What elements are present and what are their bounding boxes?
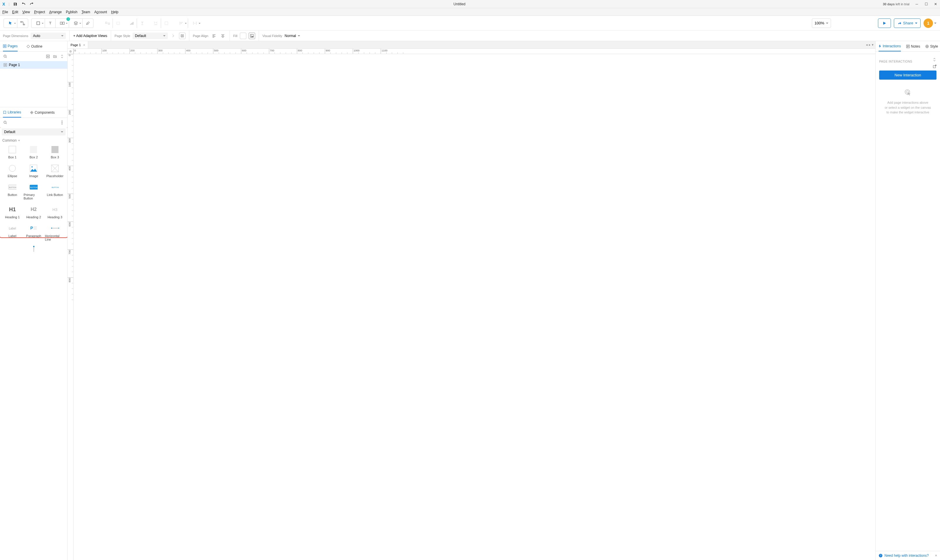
add-folder-icon[interactable] [52, 54, 58, 59]
connect-tool[interactable] [17, 18, 28, 28]
tab-style[interactable]: Style [925, 41, 938, 51]
layers-tool[interactable] [69, 18, 83, 28]
shape-tool[interactable] [31, 18, 45, 28]
widget-box1[interactable]: Box 1 [2, 144, 23, 161]
add-page-icon[interactable] [45, 54, 51, 59]
distribute-v-tool[interactable] [161, 18, 172, 28]
fill-color-swatch[interactable] [240, 32, 246, 39]
ruler-vertical[interactable] [68, 54, 74, 560]
tab-pages[interactable]: Pages [3, 41, 18, 51]
text-tool[interactable] [45, 18, 55, 28]
page-dimensions-select[interactable]: Auto [31, 32, 66, 39]
chevron-down-icon [915, 23, 917, 25]
redo-icon[interactable] [29, 2, 34, 6]
tab-libraries[interactable]: Libraries [3, 107, 21, 117]
insert-tool[interactable]: i [55, 18, 69, 28]
svg-point-30 [31, 166, 32, 168]
titlebar: X | Untitled 30 days left in trial ─ ☐ ✕ [0, 0, 940, 8]
save-icon[interactable] [13, 2, 18, 6]
canvas[interactable] [74, 54, 875, 560]
widget-image[interactable]: Image [23, 163, 44, 180]
style-manager-icon[interactable] [179, 32, 185, 39]
menu-help[interactable]: Help [111, 10, 119, 14]
menu-arrange[interactable]: Arrange [49, 10, 62, 14]
widget-box2[interactable]: Box 2 [23, 144, 44, 161]
undo-icon[interactable] [21, 2, 26, 6]
menu-team[interactable]: Team [82, 10, 90, 14]
style-nav-icon[interactable] [170, 32, 177, 39]
popout-icon[interactable] [933, 65, 937, 68]
widget-paragraph[interactable]: PParagraph [23, 222, 44, 243]
ruler-origin[interactable] [68, 49, 74, 54]
widget-heading3[interactable]: H3Heading 3 [45, 204, 66, 221]
menu-file[interactable]: File [2, 10, 8, 14]
library-category[interactable]: Common ▼ [2, 137, 66, 144]
distribute-h-tool[interactable] [151, 18, 161, 28]
group-tool[interactable] [102, 18, 113, 28]
svg-rect-38 [51, 228, 52, 229]
add-adaptive-views-button[interactable]: + Add Adaptive Views [73, 34, 107, 38]
ruler-horizontal[interactable] [74, 49, 875, 54]
search-icon[interactable] [2, 120, 8, 125]
library-select[interactable]: Default [2, 128, 66, 135]
align-center-tool[interactable] [188, 18, 202, 28]
chevron-down-icon[interactable] [934, 23, 937, 25]
chevron-down-icon [61, 35, 63, 38]
close-icon[interactable]: × [935, 554, 937, 558]
select-tool[interactable] [4, 18, 17, 28]
widget-heading2[interactable]: H2Heading 2 [23, 204, 44, 221]
svg-rect-10 [130, 24, 131, 25]
tab-next-icon[interactable]: ▸ [869, 43, 871, 47]
menu-view[interactable]: View [22, 10, 30, 14]
window-maximize-icon[interactable]: ☐ [924, 2, 928, 6]
page-item[interactable]: Page 1 [0, 61, 67, 69]
widget-box3[interactable]: Box 3 [45, 144, 66, 161]
new-interaction-button[interactable]: New Interaction [879, 71, 937, 80]
widget-primary-button[interactable]: BUTTONPrimary Button [23, 181, 44, 202]
search-icon[interactable] [2, 54, 8, 59]
svg-rect-41 [33, 246, 34, 247]
fill-label: Fill [233, 34, 237, 38]
visual-fidelity-select[interactable]: Normal [285, 34, 300, 38]
widget-heading1[interactable]: H1Heading 1 [2, 204, 23, 221]
user-avatar[interactable]: 1 [923, 18, 933, 28]
widget-label[interactable]: LabelLabel [2, 222, 23, 243]
widget-link-button[interactable]: BUTTONLink Button [45, 181, 66, 202]
share-button[interactable]: Share [894, 18, 921, 28]
fill-image-icon[interactable] [249, 32, 255, 39]
tab-outline[interactable]: Outline [26, 41, 42, 51]
widget-horizontal-line[interactable]: Horizontal Line [45, 222, 66, 243]
widget-placeholder[interactable]: Placeholder [45, 163, 66, 180]
close-tab-icon[interactable]: × [83, 43, 85, 47]
more-icon[interactable] [59, 120, 65, 125]
widget-ellipse[interactable]: Ellipse [2, 163, 23, 180]
zoom-select[interactable]: 100% [812, 18, 831, 28]
tab-prev-icon[interactable]: ◂ [866, 43, 868, 47]
svg-point-44 [70, 51, 71, 52]
page-style-select[interactable]: Default [133, 32, 168, 39]
sort-icon[interactable] [59, 54, 65, 59]
menu-account[interactable]: Account [94, 10, 107, 14]
menu-project[interactable]: Project [34, 10, 45, 14]
align-center-icon[interactable] [220, 32, 226, 39]
preview-button[interactable] [878, 18, 891, 28]
window-close-icon[interactable]: ✕ [934, 2, 938, 6]
tab-components[interactable]: Components [30, 107, 55, 117]
text-format-tool[interactable] [137, 18, 148, 28]
tab-menu-icon[interactable]: ▾ [872, 43, 874, 47]
tab-interactions[interactable]: Interactions [878, 41, 901, 51]
document-tab[interactable]: Page 1 × [68, 41, 88, 48]
window-minimize-icon[interactable]: ─ [915, 2, 919, 6]
align-shapes-tool[interactable] [126, 18, 137, 28]
pen-tool[interactable] [83, 18, 93, 28]
svg-rect-13 [165, 22, 168, 25]
sort-icon[interactable] [933, 58, 937, 62]
help-link[interactable]: ? Need help with interactions? × [875, 551, 940, 560]
ungroup-tool[interactable] [113, 18, 123, 28]
align-left-tool[interactable] [174, 18, 188, 28]
widget-button[interactable]: BUTTONButton [2, 181, 23, 202]
tab-notes[interactable]: Notes [906, 41, 920, 51]
align-left-icon[interactable] [211, 32, 217, 39]
menu-edit[interactable]: Edit [12, 10, 18, 14]
menu-publish[interactable]: Publish [66, 10, 77, 14]
